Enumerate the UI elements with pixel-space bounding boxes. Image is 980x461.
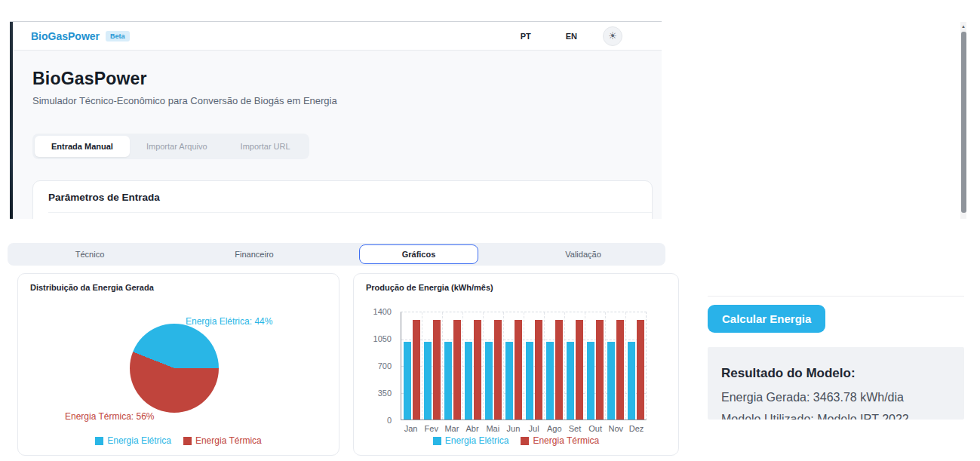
- legend-item: Energia Térmica: [183, 435, 262, 446]
- tab-label: Validação: [565, 250, 601, 259]
- pie-legend: Energia ElétricaEnergia Térmica: [18, 435, 339, 446]
- pie-chart-title: Distribuição da Energia Gerada: [30, 283, 154, 292]
- legend-label: Energia Elétrica: [107, 435, 171, 446]
- bar-segment: [637, 320, 644, 420]
- tab-tecnico[interactable]: Técnico: [8, 243, 172, 266]
- divider: [48, 212, 652, 213]
- scrollbar-up-arrow[interactable]: ▲: [960, 24, 966, 29]
- lang-en-button[interactable]: EN: [566, 32, 577, 41]
- tab-importar-arquivo[interactable]: Importar Arquivo: [130, 136, 224, 157]
- x-tick-label: Dez: [626, 424, 647, 433]
- bar-segment: [505, 342, 513, 420]
- y-tick-label: 0: [387, 416, 392, 425]
- pie-label-eletrica: Energia Elétrica: 44%: [186, 316, 272, 327]
- x-tick-label: Out: [585, 424, 606, 433]
- result-energy-line: Energia Gerada: 3463.78 kWh/dia: [721, 391, 951, 404]
- bar-group-jul: [524, 312, 544, 420]
- pie-chart-card: Distribuição da Energia Gerada Energia E…: [17, 273, 339, 456]
- params-card: Parâmetros de Entrada Parâmetros Técnico…: [32, 180, 653, 219]
- bar-segment: [474, 320, 481, 420]
- bar-segment: [494, 320, 502, 420]
- bar-segment: [596, 320, 604, 420]
- bar-segment: [616, 320, 624, 420]
- bar-chart-card: Produção de Energia (kWh/mês) 0350700105…: [353, 273, 679, 456]
- lang-pt-button[interactable]: PT: [521, 32, 531, 41]
- bar-segment: [453, 320, 461, 420]
- x-tick-label: Set: [564, 424, 585, 433]
- legend-item: Energia Elétrica: [433, 435, 509, 446]
- bar-group-abr: [462, 312, 483, 420]
- legend-item: Energia Térmica: [521, 435, 599, 446]
- pie-label-termica: Energia Térmica: 56%: [65, 411, 155, 422]
- y-axis: 035070010501400: [364, 312, 396, 420]
- tab-label: Técnico: [75, 250, 105, 259]
- brand-logo[interactable]: BioGasPower: [31, 30, 100, 42]
- x-axis: JanFevMarAbrMaiJunJulAgoSetOutNovDez: [401, 424, 647, 433]
- x-tick-label: Jan: [401, 424, 421, 433]
- bar-segment: [526, 342, 533, 420]
- x-tick-label: Jun: [503, 424, 524, 433]
- bar-segment: [535, 320, 542, 420]
- bar-group-mai: [483, 312, 503, 420]
- app-header: BioGasPower Beta PT EN ☀: [13, 22, 662, 51]
- y-tick-label: 1400: [373, 307, 392, 316]
- tab-label-selected: Gráficos: [359, 244, 479, 264]
- scrollbar[interactable]: ▲: [960, 22, 966, 219]
- bar-segment: [555, 320, 563, 420]
- x-tick-label: Ago: [544, 424, 564, 433]
- model-result-card: Resultado do Modelo: Energia Gerada: 346…: [708, 347, 964, 420]
- bar-group-jun: [503, 312, 524, 420]
- x-tick-label: Mar: [441, 424, 462, 433]
- divider: [708, 296, 964, 297]
- scrollbar-thumb[interactable]: [961, 32, 966, 213]
- tab-graficos[interactable]: Gráficos: [336, 243, 501, 266]
- legend-item: Energia Elétrica: [95, 435, 171, 446]
- bar-segment: [413, 320, 420, 420]
- legend-label: Energia Elétrica: [445, 435, 509, 446]
- bar-segment: [587, 342, 594, 420]
- bar-segment: [485, 342, 493, 420]
- bar-segment: [465, 342, 472, 420]
- bar-segment: [607, 342, 615, 420]
- result-heading: Resultado do Modelo:: [721, 366, 951, 381]
- bar-segment: [424, 342, 432, 420]
- tab-validacao[interactable]: Validação: [501, 243, 665, 266]
- bar-group-mar: [442, 312, 462, 420]
- bar-segment: [433, 320, 441, 420]
- input-mode-tabs: Entrada Manual Importar Arquivo Importar…: [32, 134, 309, 159]
- theme-toggle-button[interactable]: ☀: [603, 26, 622, 46]
- legend-swatch: [521, 437, 529, 445]
- app-window: BioGasPower Beta PT EN ☀ BioGasPower Sim…: [10, 21, 662, 219]
- page: BioGasPower Beta PT EN ☀ BioGasPower Sim…: [0, 0, 980, 461]
- calculate-energy-button[interactable]: Calcular Energia: [708, 305, 825, 333]
- x-tick-label: Nov: [606, 424, 626, 433]
- legend-swatch: [183, 437, 192, 445]
- x-tick-label: Jul: [524, 424, 544, 433]
- bar-group-ago: [544, 312, 564, 420]
- bar-plot-area: [401, 312, 647, 420]
- bar-group-set: [564, 312, 585, 420]
- panel-body: BioGasPower Simulador Técnico-Econômico …: [13, 51, 662, 219]
- x-tick-label: Fev: [421, 424, 441, 433]
- bar-segment: [444, 342, 452, 420]
- bar-group-dez: [625, 312, 646, 420]
- legend-label: Energia Térmica: [195, 435, 262, 446]
- results-tabs: Técnico Financeiro Gráficos Validação: [8, 243, 665, 266]
- sun-icon: ☀: [608, 30, 617, 41]
- bar-group-nov: [605, 312, 625, 420]
- page-title: BioGasPower: [32, 69, 662, 89]
- bar-segment: [576, 320, 583, 420]
- tab-financeiro[interactable]: Financeiro: [172, 243, 336, 266]
- x-tick-label: Mai: [483, 424, 503, 433]
- beta-badge: Beta: [106, 31, 130, 41]
- legend-swatch: [95, 437, 103, 445]
- tab-entrada-manual[interactable]: Entrada Manual: [35, 136, 130, 157]
- y-tick-label: 1050: [373, 334, 392, 343]
- tab-importar-url[interactable]: Importar URL: [224, 136, 307, 157]
- legend-swatch: [433, 437, 441, 445]
- y-tick-label: 350: [378, 389, 392, 398]
- bar-segment: [567, 342, 574, 420]
- x-tick-label: Abr: [462, 424, 483, 433]
- bar-legend: Energia ElétricaEnergia Térmica: [354, 435, 678, 446]
- y-tick-label: 700: [378, 361, 392, 370]
